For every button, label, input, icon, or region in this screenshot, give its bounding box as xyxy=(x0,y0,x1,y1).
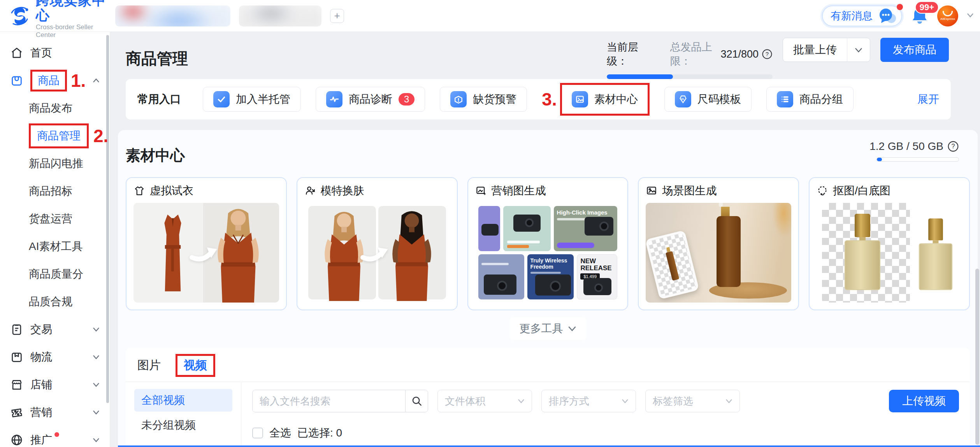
tab-video[interactable]: 视频 xyxy=(184,359,207,371)
sidebar-item-label: 店铺 xyxy=(30,377,52,392)
search-button[interactable] xyxy=(405,390,428,412)
diagnosis-count-badge: 3 xyxy=(399,93,414,106)
filter-file-size[interactable]: 文件体积 xyxy=(437,390,532,412)
new-tab-button[interactable]: + xyxy=(330,9,344,23)
storage-block: 1.2 GB / 50 GB ? xyxy=(869,140,970,162)
image-frame-icon xyxy=(646,185,657,197)
quick-entry-card: 常用入口 加入半托管 商品诊断 3 缺货预警 3. xyxy=(126,79,951,120)
sidebar-item-logistics[interactable]: 物流 xyxy=(0,348,110,366)
chevron-down-icon[interactable] xyxy=(93,327,100,332)
check-shield-icon xyxy=(213,91,230,107)
logo-icon xyxy=(9,5,30,27)
sidebar-item-trade[interactable]: 交易 xyxy=(0,320,110,339)
sidebar-item-shop[interactable]: 店铺 xyxy=(0,375,110,394)
filter-sort-order[interactable]: 排序方式 xyxy=(541,390,636,412)
page-scrollbar[interactable] xyxy=(975,269,979,445)
topbar: 跨境卖家中心 Cross-border Seller Center + 有新消息 xyxy=(0,0,980,32)
tool-card-cutout[interactable]: 抠图/白底图 xyxy=(809,177,970,310)
tool-card-marketing-image[interactable]: 营销图生成 High-C xyxy=(467,177,629,310)
quick-entry-size-template[interactable]: XL 尺码模板 xyxy=(664,87,752,112)
tool-card-preview: High-Click Images xyxy=(475,203,621,303)
quick-entry-stockout-alert[interactable]: 缺货预警 xyxy=(440,87,527,112)
quick-entry-product-grouping[interactable]: 商品分组 xyxy=(766,87,854,112)
diagnosis-pulse-icon xyxy=(326,91,342,107)
tool-card-title: 营销图生成 xyxy=(492,183,546,198)
sidebar-scrollbar[interactable] xyxy=(106,35,109,403)
sidebar-item-marketing[interactable]: 营销 xyxy=(0,403,110,422)
tool-card-scene-image[interactable]: 场景图生成 xyxy=(638,177,799,310)
quick-entry-label: 常用入口 xyxy=(137,92,181,107)
annotation-step-3: 3. xyxy=(542,90,557,108)
storage-progress-bar xyxy=(876,157,959,162)
quick-entry-product-diagnosis[interactable]: 商品诊断 3 xyxy=(316,87,425,112)
sidebar-item-home[interactable]: 首页 xyxy=(0,44,110,62)
sidebar-nav: 首页 商品 1. 商品发布 商品管理 2. 新品闪电推 商品招标 货盘运营 AI… xyxy=(0,32,110,447)
sidebar-item-quality-compliance[interactable]: 品质合规 xyxy=(0,292,110,311)
storage-question-circle-icon[interactable]: ? xyxy=(947,141,959,152)
tool-card-title: 场景图生成 xyxy=(662,183,717,198)
sidebar-item-ai-material-tools[interactable]: AI素材工具 xyxy=(0,237,110,256)
tool-card-model-skin-swap[interactable]: 模特换肤 xyxy=(297,177,458,310)
sidebar-item-product-publish[interactable]: 商品发布 xyxy=(0,99,110,118)
sidebar-item-goods-operation[interactable]: 货盘运营 xyxy=(0,209,110,228)
notification-bell-button[interactable]: 99+ xyxy=(911,7,929,25)
clipboard-icon xyxy=(10,323,23,336)
bulk-upload-chevron-down-icon[interactable] xyxy=(847,38,870,62)
chevron-down-icon[interactable] xyxy=(93,410,100,415)
new-message-pill[interactable]: 有新消息 xyxy=(822,5,902,26)
chevron-down-icon[interactable] xyxy=(93,355,100,359)
tool-card-preview xyxy=(304,203,450,303)
group-item-all-videos[interactable]: 全部视频 xyxy=(134,389,232,412)
account-avatar[interactable]: AliExpress xyxy=(937,5,958,26)
sidebar-item-product-quality-score[interactable]: 商品质量分 xyxy=(0,265,110,283)
file-search-input[interactable] xyxy=(253,390,405,412)
quick-entry-semi-managed[interactable]: 加入半托管 xyxy=(203,87,301,112)
tool-card-title: 虚拟试衣 xyxy=(150,183,193,198)
tool-card-virtual-tryon[interactable]: 虚拟试衣 xyxy=(126,177,287,310)
filter-label: 排序方式 xyxy=(549,394,589,408)
select-all-checkbox[interactable] xyxy=(252,428,263,438)
sidebar-item-product-management[interactable]: 商品管理 2. xyxy=(0,127,110,145)
limit-progress-bar xyxy=(607,74,773,79)
more-tools-button[interactable]: 更多工具 xyxy=(509,317,587,340)
upload-video-button[interactable]: 上传视频 xyxy=(889,390,959,412)
chevron-down-icon[interactable] xyxy=(93,438,100,442)
sidebar-item-label: 营销 xyxy=(30,405,52,420)
filter-label: 文件体积 xyxy=(445,394,485,408)
account-chevron-down-icon[interactable] xyxy=(967,13,973,19)
limit-label: 总发品上限： xyxy=(670,40,719,68)
question-circle-icon[interactable]: ? xyxy=(762,49,773,60)
annotation-step-1: 1. xyxy=(71,72,86,90)
current-level-label: 当前层级： xyxy=(607,40,648,68)
group-item-ungrouped-videos[interactable]: 未分组视频 xyxy=(134,414,232,436)
browser-tab-redacted-1[interactable] xyxy=(115,5,230,26)
chevron-down-icon xyxy=(725,399,732,403)
marketing-thumb-title: High-Click Images xyxy=(557,209,615,216)
svg-text:XL: XL xyxy=(681,97,685,101)
storage-progress-fill xyxy=(877,158,882,161)
file-search-box[interactable] xyxy=(252,390,428,412)
tab-image[interactable]: 图片 xyxy=(137,357,161,373)
sidebar-item-label: 商品发布 xyxy=(29,101,72,116)
sidebar-item-product-bidding[interactable]: 商品招标 xyxy=(0,182,110,201)
sidebar-item-products[interactable]: 商品 1. xyxy=(0,71,110,90)
browser-tab-redacted-2[interactable] xyxy=(239,5,321,26)
chevron-down-icon[interactable] xyxy=(93,382,100,387)
quick-entry-material-center[interactable]: 素材中心 xyxy=(564,87,646,112)
chevron-down-icon xyxy=(518,399,525,403)
sidebar-item-new-product-flash[interactable]: 新品闪电推 xyxy=(0,154,110,173)
chat-bubble-icon xyxy=(877,7,897,25)
notification-badge: 99+ xyxy=(915,1,939,14)
material-center-title: 素材中心 xyxy=(126,146,185,165)
image-icon xyxy=(572,91,588,107)
chevron-up-icon[interactable] xyxy=(93,78,100,83)
publish-product-button[interactable]: 发布商品 xyxy=(880,38,949,62)
image-sparkle-icon xyxy=(475,185,487,197)
sidebar-item-label: 品质合规 xyxy=(29,294,72,309)
expand-link[interactable]: 展开 xyxy=(917,92,939,107)
storage-usage: 1.2 GB / 50 GB xyxy=(869,140,943,153)
filter-tag[interactable]: 标签筛选 xyxy=(645,390,740,412)
sidebar-item-label: 物流 xyxy=(30,350,52,364)
sidebar-item-promotion[interactable]: 推广 xyxy=(0,431,110,447)
bulk-upload-button[interactable]: 批量上传 xyxy=(783,38,870,62)
